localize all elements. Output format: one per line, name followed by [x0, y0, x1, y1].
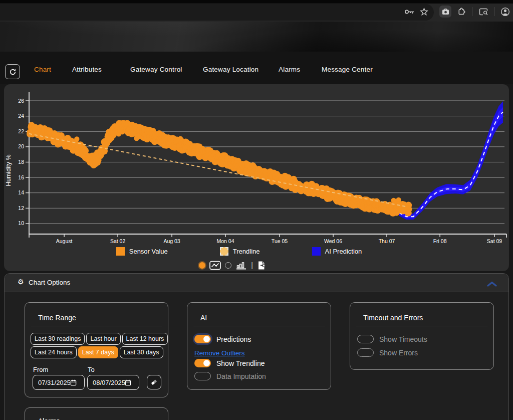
sensor-value-swatch: [116, 247, 125, 256]
chart-options-header[interactable]: ⚙ Chart Options: [5, 274, 508, 292]
last-hour-button[interactable]: Last hour: [86, 333, 120, 345]
eraser-icon: [150, 378, 158, 386]
show-timeouts-toggle[interactable]: [357, 335, 374, 343]
svg-text:Sat 02: Sat 02: [110, 238, 126, 244]
svg-text:Sat 09: Sat 09: [487, 238, 502, 244]
bookmark-star-icon[interactable]: [418, 6, 429, 17]
svg-text:24: 24: [18, 113, 24, 119]
svg-text:Fri 08: Fri 08: [433, 238, 447, 244]
tab-gateway-location[interactable]: Gateway Location: [203, 66, 259, 73]
svg-text:16: 16: [18, 174, 24, 180]
alarms-title: Alarms: [38, 417, 60, 420]
legend-ai-prediction[interactable]: AI Prediction: [312, 247, 362, 256]
svg-text:Tue 05: Tue 05: [272, 238, 288, 244]
svg-text:Wed 06: Wed 06: [324, 238, 342, 244]
bar-chart-radio[interactable]: [225, 262, 231, 269]
show-trendline-toggle[interactable]: [194, 359, 211, 367]
last-7-days-button[interactable]: Last 7 days: [78, 346, 118, 358]
toolbar-divider: [472, 7, 472, 16]
tab-chart[interactable]: Chart: [34, 66, 51, 73]
predictions-label: Predictions: [216, 335, 251, 343]
ai-title: AI: [200, 314, 207, 322]
legend-trendline[interactable]: Trendline: [220, 247, 260, 256]
svg-text:Mon 04: Mon 04: [217, 238, 234, 244]
show-errors-label: Show Errors: [379, 349, 418, 357]
svg-text:Thu 07: Thu 07: [379, 238, 395, 244]
collapse-chevron-icon[interactable]: [486, 280, 497, 289]
svg-text:Aug 03: Aug 03: [163, 238, 180, 244]
url-bar[interactable]: [0, 4, 434, 21]
to-date-input[interactable]: 08/07/2025: [87, 375, 139, 390]
data-imputation-toggle[interactable]: [194, 372, 211, 380]
app-navbar: Home My View ⚙: [0, 22, 513, 52]
svg-text:26: 26: [18, 98, 24, 104]
refresh-icon: [9, 68, 17, 76]
controls-divider: |: [251, 261, 253, 269]
calendar-icon[interactable]: [70, 379, 77, 386]
predictions-toggle[interactable]: [194, 335, 211, 343]
last-24-hours-button[interactable]: Last 24 hours: [31, 346, 77, 358]
svg-text:12: 12: [18, 205, 24, 211]
chart-type-controls: |: [4, 259, 509, 271]
from-date-input[interactable]: 07/31/2025: [33, 375, 85, 390]
legend-sensor-value[interactable]: Sensor Value: [116, 247, 168, 256]
chart-options-section: ⚙ Chart Options Time Range Last 30 readi…: [4, 273, 509, 420]
tab-bar: Chart Attributes Gateway Control Gateway…: [0, 52, 513, 84]
chart-legend: Sensor Value Trendline AI Prediction: [4, 245, 509, 258]
browser-toolbar: [0, 0, 513, 22]
last-12-hours-button[interactable]: Last 12 hours: [122, 333, 168, 345]
extensions-puzzle-icon[interactable]: [456, 6, 467, 17]
from-label: From: [33, 366, 48, 373]
svg-text:14: 14: [18, 189, 24, 195]
tab-search-icon[interactable]: [478, 6, 489, 17]
browser-profile-icon[interactable]: [499, 6, 510, 17]
browser-tabstrip: [0, 0, 513, 4]
chart-options-title: Chart Options: [29, 279, 70, 286]
toolbar-divider: [494, 7, 494, 16]
svg-text:22: 22: [18, 128, 24, 134]
show-errors-toggle[interactable]: [357, 348, 374, 357]
tab-alarms[interactable]: Alarms: [279, 66, 300, 73]
show-timeouts-label: Show Timeouts: [379, 335, 427, 343]
export-icon[interactable]: [257, 261, 266, 270]
chart-panel: Humidity % 101214161820222426AugustSat 0…: [4, 84, 509, 271]
password-key-icon[interactable]: [404, 6, 415, 17]
refresh-button[interactable]: [5, 64, 20, 79]
ai-card: AI Predictions Remove Outliers Show Tren…: [187, 302, 331, 390]
clear-dates-button[interactable]: [147, 375, 161, 389]
divider: [193, 326, 325, 326]
last-30-readings-button[interactable]: Last 30 readings: [31, 333, 85, 345]
calendar-icon[interactable]: [125, 379, 131, 386]
line-chart-icon[interactable]: [209, 261, 221, 270]
timeout-errors-title: Timeout and Errors: [363, 314, 423, 322]
chart-options-gear-icon: ⚙: [18, 278, 24, 286]
y-axis-label: Humidity %: [5, 150, 12, 190]
time-range-card: Time Range Last 30 readings Last hour La…: [25, 302, 168, 397]
divider: [356, 326, 487, 326]
tab-gateway-control[interactable]: Gateway Control: [130, 66, 182, 73]
last-30-days-button[interactable]: Last 30 days: [120, 346, 163, 358]
timeout-errors-card: Timeout and Errors Show Timeouts Show Er…: [350, 302, 494, 370]
trendline-swatch: [220, 247, 228, 256]
to-label: To: [88, 366, 95, 373]
data-imputation-label: Data Imputation: [216, 372, 266, 380]
camera-extension-icon[interactable]: [439, 6, 451, 18]
divider: [31, 326, 162, 326]
svg-text:August: August: [56, 238, 73, 244]
svg-text:18: 18: [18, 159, 24, 165]
line-chart-radio[interactable]: [199, 262, 205, 269]
svg-text:20: 20: [18, 143, 24, 149]
show-trendline-label: Show Trendline: [216, 359, 265, 367]
tab-message-center[interactable]: Message Center: [322, 66, 373, 73]
time-range-title: Time Range: [38, 314, 76, 322]
humidity-chart: 101214161820222426AugustSat 02Aug 03Mon …: [4, 84, 509, 245]
tab-attributes[interactable]: Attributes: [72, 66, 102, 73]
bar-chart-icon[interactable]: [235, 261, 247, 270]
svg-text:10: 10: [18, 220, 24, 226]
app-window: Home My View ⚙ Chart Attributes Gateway …: [0, 0, 513, 420]
ai-prediction-swatch: [312, 247, 321, 256]
remove-outliers-link[interactable]: Remove Outliers: [194, 349, 245, 357]
alarms-card: Alarms: [25, 407, 168, 420]
